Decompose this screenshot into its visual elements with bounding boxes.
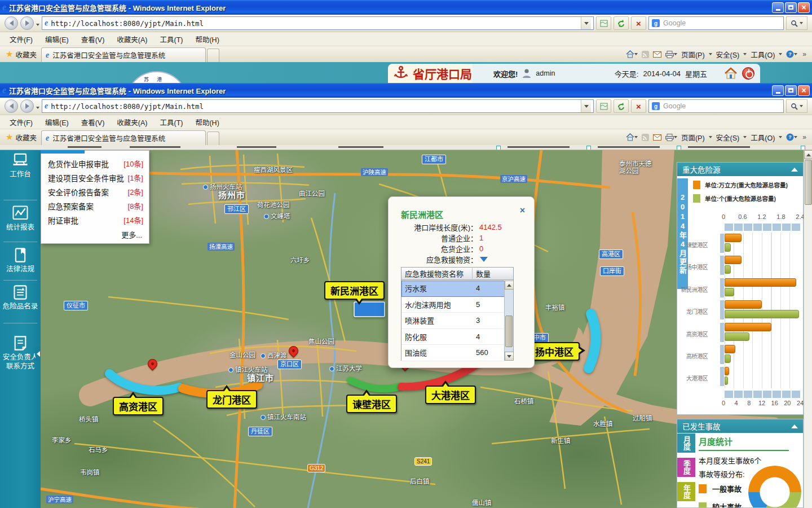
menu-file[interactable]: 文件(F) (3, 34, 39, 45)
compatibility-view-button[interactable] (596, 16, 611, 30)
menu-panel-item[interactable]: 应急预案备案[8条] (41, 199, 149, 213)
home-button[interactable] (626, 50, 638, 58)
address-bar[interactable]: e http://localhost:8080/yjpt/Main.html (42, 99, 594, 113)
scroll-up-arrow[interactable] (505, 281, 514, 290)
refresh-button[interactable] (614, 16, 629, 30)
menu-help[interactable]: 帮助(H) (189, 117, 225, 128)
browser-tab[interactable]: e 江苏省港口安全监管与应急管理系统 (41, 130, 206, 145)
menu-panel-item[interactable]: 建设项目安全条件审批[1条] (41, 170, 149, 185)
recent-pages-dropdown[interactable] (36, 19, 39, 28)
port-label-bubble[interactable]: 高资港区 (113, 397, 164, 415)
menu-view[interactable]: 查看(V) (75, 117, 111, 128)
collapse-arrow-icon[interactable] (791, 168, 798, 172)
page-scrollbar[interactable] (804, 150, 812, 508)
menu-panel-item[interactable]: 附证审批[14条] (41, 213, 149, 227)
sidebar-item-workbench[interactable]: 工作台 (0, 152, 41, 179)
page-menu-button[interactable]: 页面(P) (681, 49, 705, 60)
scroll-thumb[interactable] (505, 316, 513, 347)
url-text[interactable]: http://localhost:8080/yjpt/Main.html (51, 19, 578, 28)
menu-view[interactable]: 查看(V) (75, 34, 111, 45)
feeds-button[interactable] (642, 134, 649, 141)
hazard-range-band-top[interactable] (723, 224, 800, 231)
sidebar-item-laws[interactable]: 法律法规 (0, 247, 41, 274)
search-button[interactable] (786, 99, 807, 113)
supplies-expand-arrow[interactable] (480, 257, 488, 262)
menu-help[interactable]: 帮助(H) (189, 34, 225, 45)
safety-menu-button[interactable]: 安全(S) (716, 132, 740, 143)
print-button[interactable] (665, 51, 677, 58)
feeds-button[interactable] (642, 51, 649, 58)
sidebar-item-statistics[interactable]: 统计报表 (0, 205, 41, 233)
restore-button[interactable] (785, 85, 797, 96)
safety-menu-button[interactable]: 安全(S) (716, 49, 740, 60)
read-mail-button[interactable] (653, 51, 661, 58)
menu-panel-item[interactable]: 安全评价报告备案[2条] (41, 185, 149, 199)
tools-menu-button[interactable]: 工具(O) (751, 132, 775, 143)
menu-favorites[interactable]: 收藏夹(A) (111, 34, 153, 45)
back-button[interactable] (5, 99, 18, 113)
sidebar-item-hazardous-list[interactable]: 危险品名录 (0, 284, 41, 312)
accidents-tab-季度[interactable]: 季度 (677, 458, 695, 477)
port-label-bubble[interactable]: 大港港区 (425, 386, 476, 404)
tools-menu-button[interactable]: 工具(O) (751, 49, 775, 60)
menu-edit[interactable]: 编辑(E) (39, 34, 75, 45)
table-row[interactable]: 防化服4 (401, 329, 505, 345)
clipped-checkbox[interactable] (586, 146, 591, 150)
sidebar-item-safety-contacts[interactable]: 安全负责人联系方式 (0, 335, 41, 371)
help-button[interactable]: ? (786, 133, 797, 141)
table-row[interactable]: 喷淋装置3 (401, 313, 505, 329)
forward-button[interactable] (20, 16, 34, 30)
help-button[interactable]: ? (786, 50, 797, 58)
new-tab-stub[interactable] (207, 49, 219, 62)
menu-file[interactable]: 文件(F) (3, 117, 39, 128)
table-row[interactable]: 污水泵4 (401, 281, 505, 297)
toolbar-overflow-chevron[interactable]: » (802, 50, 806, 58)
minimize-button[interactable] (772, 85, 784, 96)
print-button[interactable] (665, 134, 677, 141)
page-menu-button[interactable]: 页面(P) (681, 132, 705, 143)
search-box[interactable]: g Google (648, 16, 784, 30)
address-dropdown[interactable] (581, 17, 591, 29)
accidents-tab-年度[interactable]: 年度 (677, 482, 695, 501)
scroll-down-arrow[interactable] (505, 352, 514, 361)
table-row[interactable]: 围油缆560 (401, 345, 505, 361)
menu-tools[interactable]: 工具(T) (153, 117, 189, 128)
stop-button[interactable]: × (631, 99, 646, 113)
menu-favorites[interactable]: 收藏夹(A) (111, 117, 153, 128)
menu-edit[interactable]: 编辑(E) (39, 117, 75, 128)
port-label-bubble[interactable]: 龙门港区 (206, 390, 257, 409)
back-button[interactable] (5, 16, 18, 30)
scroll-thumb[interactable] (805, 160, 812, 205)
favorites-button[interactable]: 收藏夹 (15, 132, 37, 143)
popup-table-scrollbar[interactable] (504, 281, 513, 361)
read-mail-button[interactable] (653, 134, 661, 141)
recent-pages-dropdown[interactable] (36, 102, 39, 111)
hazard-range-band-bottom[interactable] (723, 391, 800, 398)
popup-close-button[interactable]: × (520, 206, 525, 215)
collapse-arrow-icon[interactable] (791, 424, 798, 428)
refresh-button[interactable] (614, 99, 629, 113)
port-label-bubble[interactable]: 谏壁港区 (346, 395, 397, 413)
browser-tab[interactable]: e 江苏省港口安全监管与应急管理系统 (41, 47, 206, 62)
scroll-up-arrow[interactable] (804, 150, 812, 159)
favorites-button[interactable]: 收藏夹 (15, 49, 37, 60)
new-tab-stub[interactable] (207, 132, 219, 145)
menu-more-link[interactable]: 更多... (121, 229, 142, 240)
close-button[interactable]: × (798, 85, 810, 96)
accidents-tab-月度[interactable]: 月度 (677, 433, 695, 453)
search-box[interactable]: g Google (648, 99, 784, 113)
menu-panel-item[interactable]: 危货作业申报审批[10条] (41, 156, 149, 170)
table-row[interactable]: 水/泡沫两用炮5 (401, 297, 505, 313)
stop-button[interactable]: × (631, 16, 646, 30)
address-bar[interactable]: e http://localhost:8080/yjpt/Main.html (42, 16, 594, 30)
clipped-checkbox[interactable] (801, 146, 805, 150)
sidebar-collapse-arrow[interactable] (36, 347, 41, 361)
address-dropdown[interactable] (581, 100, 591, 112)
compatibility-view-button[interactable] (596, 99, 611, 113)
home-shortcut-icon[interactable] (724, 67, 738, 80)
forward-button[interactable] (20, 99, 34, 113)
toolbar-overflow-chevron[interactable]: » (802, 133, 806, 141)
search-button[interactable] (786, 16, 807, 30)
home-button[interactable] (626, 133, 638, 141)
logout-power-button[interactable] (742, 67, 754, 80)
